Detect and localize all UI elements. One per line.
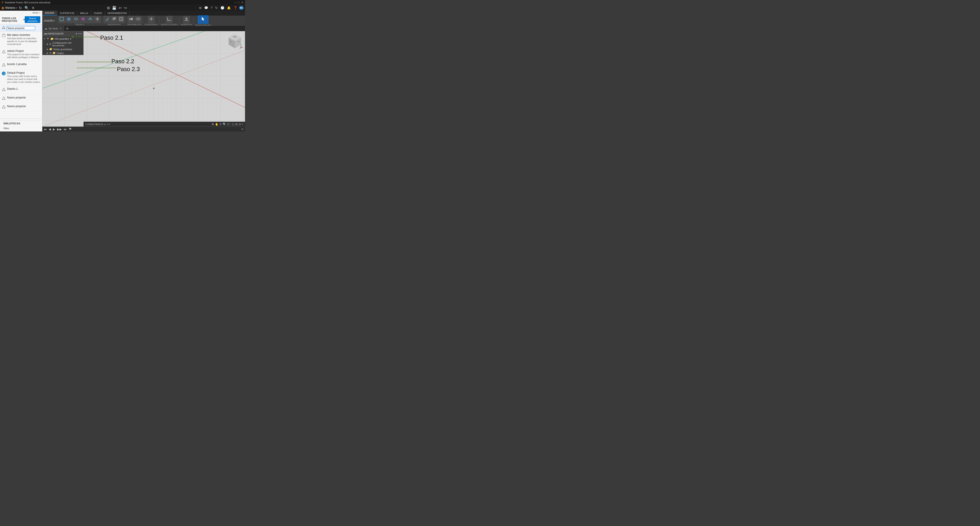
minimize-btn[interactable]: ─ (234, 1, 236, 4)
play-btn[interactable]: ▶ (53, 128, 55, 131)
maximize-btn[interactable]: □ (238, 1, 239, 4)
nav-item-vistas[interactable]: ▶ 📁 Vistas guardadas (42, 47, 83, 51)
comments-label: COMENTARIOS (85, 123, 103, 126)
prev-frame-btn[interactable]: ◀ (49, 128, 51, 131)
chamfer-btn[interactable] (111, 16, 118, 23)
move-icon[interactable]: ✥ (212, 123, 214, 126)
project-item-diseno[interactable]: Diseño 1. (0, 86, 42, 94)
grid-icon[interactable]: ⊞ (235, 123, 238, 126)
shell-btn[interactable] (118, 16, 124, 23)
comment-icon[interactable]: 💬 (204, 6, 209, 10)
question-icon[interactable]: ? (210, 6, 213, 10)
all-projects-label[interactable]: TODOS LOS PROYECTOS ▾ (2, 17, 25, 22)
bell-icon[interactable]: 🔔 (226, 6, 231, 10)
save-btn[interactable]: 💾 (111, 6, 117, 10)
ribbon-tab-row: SOLIDO SUPERFICIE MALLA CHAPA HERRAMIENT… (42, 11, 245, 16)
revolve-btn[interactable] (73, 16, 79, 23)
boceto-icon (2, 63, 6, 67)
nav-arrows[interactable]: ◀◀ (44, 32, 47, 35)
construir-btn1[interactable] (148, 16, 154, 23)
ensamblar-btn1[interactable] (127, 16, 134, 23)
grid2-icon[interactable]: ⊟ (239, 123, 241, 126)
sphere-btn[interactable] (80, 16, 86, 23)
vistas-folder-icon: 📁 (49, 48, 52, 51)
nav-item-origen[interactable]: ▶ 👁 📁 Origen (42, 51, 83, 55)
libraries-label: BIBLIOTECAS (2, 121, 40, 126)
comments-resize-btn[interactable]: ⟺ (107, 123, 110, 126)
project-item-default[interactable]: Default Project This comes with Fusion a… (0, 70, 42, 86)
viewport[interactable]: ◀◀ NAVEGADOR ● ⟺ ▼ 👁 📁 (Sin guardar) (42, 31, 245, 126)
seleccionar-btn[interactable] (198, 15, 208, 24)
new-project-triangle-icon (2, 26, 5, 30)
next-frame-btn[interactable]: ▶▶ (57, 128, 62, 131)
inspeccionar-btn[interactable] (166, 16, 173, 23)
svg-marker-6 (2, 105, 5, 108)
project-item-boceto[interactable]: boceto 1-prueba (0, 61, 42, 70)
search-btn[interactable]: 🔍 (24, 6, 30, 10)
redo-btn[interactable]: ↪ (123, 6, 127, 10)
add-tab-btn[interactable]: ⊕ (64, 27, 71, 30)
extrude-btn[interactable] (65, 16, 72, 23)
filter-label: Filtro (2, 126, 40, 131)
patch-btn[interactable] (87, 16, 94, 23)
main-container: Atrás > TODOS LOS PROYECTOS ▾ Nuevo proy… (0, 11, 245, 131)
nav-dot-btn[interactable]: ● (76, 32, 77, 35)
dot-menu-icon[interactable]: ● (70, 37, 71, 40)
svg-marker-5 (2, 97, 5, 99)
ensamblar-btn2[interactable] (135, 16, 142, 23)
project-item-nuevo3[interactable]: Nuevo proyecto (0, 103, 42, 112)
doc-tab-sintitulo[interactable]: ☁ Sin título ✕ (42, 26, 64, 31)
last-frame-btn[interactable]: ⏭ (64, 128, 67, 131)
new-project-button[interactable]: Nuevo proyecto (25, 16, 40, 23)
project-item-admin[interactable]: Admin Project This project is for team m… (0, 48, 42, 61)
split-btn[interactable] (94, 16, 101, 23)
close-panel-btn[interactable]: ✕ (31, 6, 35, 10)
grid-view-btn[interactable]: ⊞ (106, 6, 110, 10)
tab-herramientas[interactable]: HERRAMIENTAS (105, 11, 130, 16)
add-icon[interactable]: ⊕ (198, 6, 202, 10)
nuevo3-icon (2, 105, 6, 110)
back-link[interactable]: Atrás > (0, 11, 42, 15)
flag-btn[interactable]: ⚑ (68, 127, 72, 131)
user-avatar[interactable]: MC (239, 6, 243, 10)
project-item-mis-datos[interactable]: Mis datos recientes Una lista donde se e… (0, 32, 42, 48)
default-project-globe-icon (2, 72, 6, 75)
construir-group: CONSTRUIR ▾ (144, 16, 158, 26)
refresh2-icon[interactable]: ↻ (215, 6, 218, 10)
diseño-btn[interactable]: DISEÑO ▾ (43, 19, 56, 22)
diseno-name: Diseño 1. (7, 87, 40, 91)
clock-icon[interactable]: 🕐 (220, 6, 225, 10)
nav-item-config[interactable]: ▶ ⚙ Configuración del documento (42, 41, 83, 47)
origen-folder-icon: 📁 (52, 51, 56, 54)
first-frame-btn[interactable]: ⏮ (44, 128, 47, 131)
display-mode-icon[interactable]: ◫ (232, 123, 234, 126)
nav-resize-btn[interactable]: ⟺ (78, 32, 82, 35)
tab-superficie[interactable]: SUPERFICIE (57, 11, 78, 16)
navigator-header: ◀◀ NAVEGADOR ● ⟺ (42, 31, 83, 36)
project-item-nuevo2[interactable]: Nuevo proyecto (0, 94, 42, 103)
brand-arrow[interactable]: ▾ (16, 7, 17, 9)
tab-malla[interactable]: MALLA (78, 11, 91, 16)
orbit-icon[interactable]: ⟳ (220, 123, 222, 126)
tab-solido[interactable]: SOLIDO (42, 11, 57, 16)
doc-tab-close-btn[interactable]: ✕ (59, 27, 62, 30)
zoom-fit-icon[interactable]: ⊡ (227, 123, 230, 126)
new-project-name-input[interactable] (6, 26, 35, 30)
viewcube[interactable]: TOP R F X Z (226, 33, 243, 50)
insertar-btn[interactable] (183, 16, 190, 23)
settings-icon[interactable]: ⚙ (241, 128, 243, 131)
fillet-btn[interactable] (103, 16, 110, 23)
tab-chapa[interactable]: CHAPA (91, 11, 105, 16)
pan-icon[interactable]: ✋ (215, 123, 218, 126)
seleccionar-group: SELECCIONAR ▾ (195, 15, 211, 26)
sketch-btn[interactable] (58, 16, 65, 23)
dots-icon[interactable]: ▾ (242, 123, 243, 126)
comments-dot-btn[interactable]: ● (104, 123, 106, 126)
refresh-btn[interactable]: ↻ (18, 6, 22, 10)
svg-marker-10 (67, 17, 70, 18)
undo-btn[interactable]: ↩ (118, 6, 122, 10)
help-icon[interactable]: ❓ (233, 6, 238, 10)
zoom-in-icon[interactable]: 🔍 (223, 123, 226, 126)
navigator-root[interactable]: ▼ 👁 📁 (Sin guardar) ● (42, 36, 83, 41)
close-btn[interactable]: ✕ (241, 1, 243, 4)
